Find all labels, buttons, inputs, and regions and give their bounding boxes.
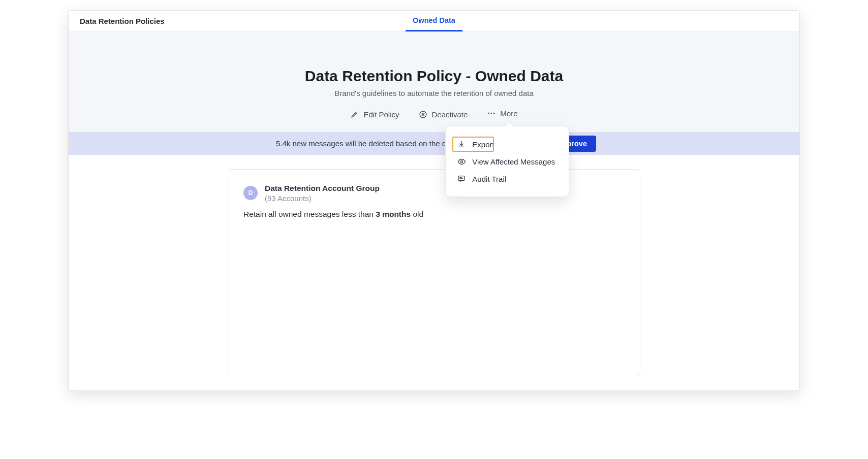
svg-point-5	[493, 113, 495, 114]
edit-policy-button[interactable]: Edit Policy	[350, 109, 399, 120]
close-circle-icon	[418, 110, 427, 119]
notification-banner: 5.4k new messages will be deleted based …	[69, 132, 799, 155]
hero-section: Data Retention Policy - Owned Data Brand…	[69, 32, 799, 132]
more-dropdown: Export View Affected Messages Audit Trai…	[445, 126, 569, 197]
retention-rule: Retain all owned messages less than 3 mo…	[243, 210, 625, 219]
page-title: Data Retention Policies	[69, 17, 165, 25]
menu-item-view-affected[interactable]: View Affected Messages	[446, 153, 569, 170]
account-group-card: D Data Retention Account Group (93 Accou…	[228, 169, 640, 376]
chat-icon	[457, 174, 466, 183]
download-icon	[457, 140, 466, 149]
banner-text: 5.4k new messages will be deleted based …	[276, 139, 457, 148]
menu-item-view-affected-label: View Affected Messages	[472, 157, 555, 166]
top-bar: Data Retention Policies Owned Data	[69, 11, 799, 32]
pencil-icon	[350, 110, 359, 119]
account-group-count: (93 Accounts)	[265, 194, 380, 203]
tab-owned-data[interactable]: Owned Data	[406, 11, 462, 31]
ellipsis-icon	[487, 109, 496, 118]
hero-actions: Edit Policy Deactivate More	[79, 109, 789, 120]
retention-rule-prefix: Retain all owned messages less than	[243, 210, 376, 218]
more-label: More	[500, 109, 517, 118]
menu-item-export[interactable]: Export	[446, 136, 569, 153]
svg-point-6	[460, 160, 462, 162]
svg-point-4	[491, 113, 492, 114]
retention-rule-bold: 3 months	[376, 210, 411, 218]
menu-item-audit-trail-label: Audit Trail	[472, 175, 506, 183]
deactivate-label: Deactivate	[431, 110, 468, 119]
eye-icon	[457, 157, 466, 166]
retention-rule-suffix: old	[411, 210, 423, 218]
content-area: D Data Retention Account Group (93 Accou…	[69, 155, 799, 390]
account-group-title: Data Retention Account Group	[265, 184, 380, 193]
svg-point-3	[488, 113, 490, 114]
avatar: D	[243, 186, 258, 200]
policy-title: Data Retention Policy - Owned Data	[79, 68, 789, 85]
deactivate-button[interactable]: Deactivate	[418, 109, 468, 120]
menu-item-export-label: Export	[472, 140, 494, 149]
edit-policy-label: Edit Policy	[363, 110, 399, 119]
menu-item-audit-trail[interactable]: Audit Trail	[446, 170, 569, 187]
svg-rect-7	[458, 176, 464, 181]
policy-subtitle: Brand's guidelines to automate the reten…	[79, 89, 789, 97]
app-window: Data Retention Policies Owned Data Data …	[68, 10, 800, 391]
more-button[interactable]: More	[487, 109, 517, 118]
